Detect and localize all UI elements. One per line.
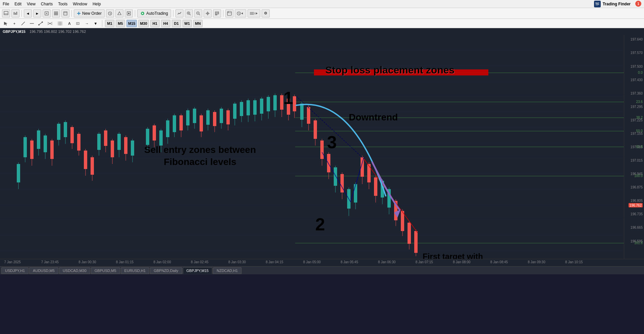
zoom-in-btn[interactable] [185, 9, 193, 17]
period-mn[interactable]: MN [193, 20, 203, 27]
clock-btn[interactable] [235, 9, 246, 17]
back-btn[interactable]: ◄ [24, 9, 32, 17]
new-chart-btn[interactable] [2, 9, 10, 17]
svg-rect-137 [240, 102, 243, 116]
line-tool[interactable] [19, 20, 27, 27]
svg-marker-18 [118, 12, 121, 15]
svg-rect-149 [280, 95, 283, 110]
stop-btn[interactable] [125, 9, 133, 17]
svg-rect-85 [57, 124, 60, 140]
menu-help[interactable]: Help [93, 2, 101, 6]
price-label: 196.875 [631, 185, 643, 189]
history-btn[interactable] [106, 9, 114, 17]
svg-rect-97 [97, 134, 101, 150]
hline-tool[interactable] [28, 20, 36, 27]
period-h4[interactable]: H4 [161, 20, 170, 27]
svg-rect-73 [17, 164, 20, 182]
fib-tool[interactable] [56, 20, 64, 27]
zoom-fit-btn[interactable] [43, 9, 51, 17]
svg-line-17 [110, 13, 111, 14]
fib-1618: 161.8 [634, 241, 643, 245]
settings-btn[interactable]: ⚙ [262, 9, 270, 17]
arrow-tool[interactable]: → [83, 20, 91, 27]
time-label: 8 Jan 08:45 [490, 260, 508, 264]
chart-tab[interactable]: USDCAD,M30 [59, 267, 90, 274]
period-m15[interactable]: M15 [126, 20, 137, 27]
point1-label: 1 [283, 88, 293, 108]
chart-tab[interactable]: GBPNZD,Daily [150, 267, 182, 274]
time-label: 8 Jan 04:15 [266, 260, 283, 264]
period-d1[interactable]: D1 [172, 20, 181, 27]
forward-btn[interactable]: ► [33, 9, 41, 17]
time-label: 8 Jan 06:30 [378, 260, 395, 264]
price-label: 197.640 [631, 38, 643, 41]
crosshair-tool[interactable]: + [11, 20, 18, 27]
chart-tab[interactable]: AUDUSD,M5 [29, 267, 58, 274]
svg-line-41 [239, 13, 239, 14]
svg-rect-79 [37, 130, 40, 149]
time-label: 8 Jan 02:45 [191, 260, 208, 264]
time-label: 8 Jan 05:00 [303, 260, 321, 264]
autotrading-btn[interactable]: AutoTrading [137, 9, 171, 17]
time-label: 8 Jan 09:30 [528, 260, 545, 264]
more-drawing[interactable]: ▼ [92, 20, 99, 27]
svg-rect-155 [300, 104, 304, 120]
downtrend-label: Downtrend [349, 112, 398, 123]
logo-icon: TF [594, 1, 601, 7]
separator-3 [135, 10, 135, 17]
trendline-tool[interactable] [37, 20, 44, 27]
time-label: 8 Jan 01:15 [116, 260, 133, 264]
price-label: 197.015 [631, 159, 643, 162]
svg-rect-9 [54, 13, 58, 14]
svg-rect-2 [14, 12, 14, 15]
chart-tab[interactable]: NZDCAD,H1 [213, 267, 241, 274]
svg-rect-111 [153, 125, 156, 141]
svg-rect-99 [104, 130, 107, 146]
svg-rect-189 [414, 231, 418, 253]
svg-rect-131 [220, 109, 223, 123]
new-order-btn[interactable]: New Order [74, 9, 105, 17]
svg-rect-20 [128, 13, 129, 14]
menu-tools[interactable]: Tools [58, 2, 67, 6]
object-list-btn[interactable] [213, 9, 221, 17]
properties-btn[interactable] [52, 9, 60, 17]
price-label: 196.665 [631, 226, 643, 229]
cursor-tool[interactable] [2, 20, 9, 27]
menu-charts[interactable]: Charts [41, 2, 53, 6]
more-btn[interactable] [248, 9, 260, 17]
svg-rect-187 [408, 223, 411, 244]
period-m30[interactable]: M30 [138, 20, 149, 27]
period-w1[interactable]: W1 [182, 20, 192, 27]
period-m5[interactable]: M5 [116, 20, 125, 27]
svg-rect-143 [260, 99, 263, 114]
menu-window[interactable]: Window [73, 2, 87, 6]
svg-point-53 [42, 21, 43, 23]
svg-rect-123 [193, 109, 196, 123]
drawing-toolbar: + A A → ▼ M1 M5 M15 M30 H1 H4 D1 W1 MN [0, 19, 644, 28]
svg-rect-161 [320, 141, 324, 159]
svg-point-52 [38, 24, 40, 25]
chart-tab[interactable]: EURUSD,H1 [121, 267, 150, 274]
indicators-btn[interactable] [175, 9, 183, 17]
menu-edit[interactable]: Edit [14, 2, 21, 6]
template-btn[interactable] [61, 9, 69, 17]
period-h1[interactable]: H1 [150, 20, 160, 27]
text-tool[interactable]: A [66, 20, 73, 27]
zoom-out-btn[interactable] [194, 9, 202, 17]
price-label: 197.360 [631, 91, 643, 95]
crosshair-btn[interactable] [204, 9, 212, 17]
channel-tool[interactable] [46, 20, 54, 27]
svg-line-28 [199, 14, 200, 15]
chart-tab[interactable]: USDJPY,H1 [1, 267, 29, 274]
chart-type-btn[interactable] [11, 9, 19, 17]
chart-container[interactable]: Stop loss placement zones Downtrend Sell… [0, 35, 644, 259]
chart-tab[interactable]: GBPJPY,M15 [183, 267, 212, 274]
chart-tab[interactable]: GBPUSD,M5 [91, 267, 120, 274]
menu-view[interactable]: View [27, 2, 36, 6]
strategy-btn[interactable] [115, 9, 123, 17]
svg-rect-4 [16, 12, 17, 15]
account-btn[interactable] [225, 9, 233, 17]
period-m1[interactable]: M1 [105, 20, 114, 27]
label-tool[interactable]: A [74, 20, 82, 27]
menu-file[interactable]: File [3, 2, 9, 6]
